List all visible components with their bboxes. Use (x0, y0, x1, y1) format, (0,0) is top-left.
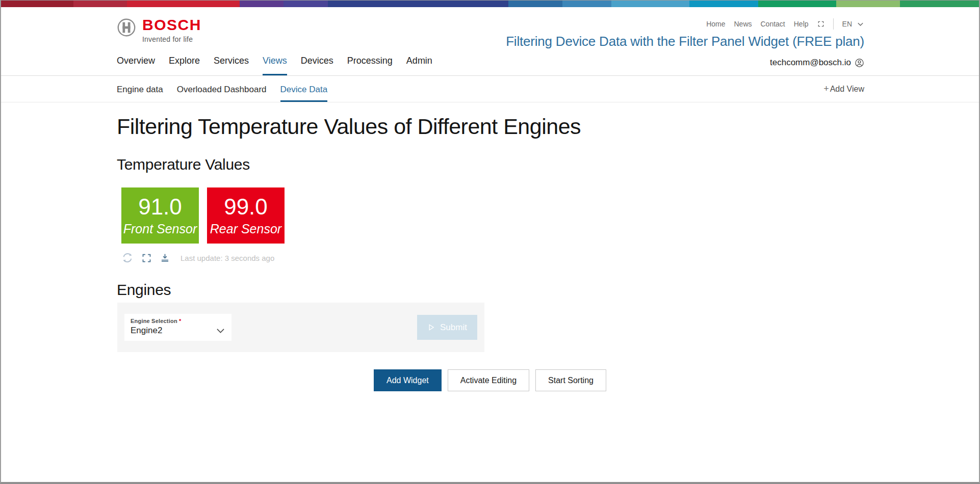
utility-link-home[interactable]: Home (706, 20, 725, 28)
engine-selection-label: Engine Selection * (131, 318, 225, 324)
user-icon (855, 58, 864, 68)
header: BOSCH Invented for life Home News Contac… (1, 7, 979, 76)
filter-panel: Engine Selection * Engine2 Submit (117, 303, 484, 352)
page-title: Filtering Device Data with the Filter Pa… (506, 34, 864, 49)
last-update-text: Last update: 3 seconds ago (180, 254, 274, 262)
nav-item-services[interactable]: Services (214, 56, 249, 75)
utility-nav: Home News Contact Help EN (706, 18, 864, 30)
dashboard-actions: Add Widget Activate Editing Start Sortin… (1, 369, 979, 391)
refresh-icon[interactable] (121, 252, 134, 264)
chevron-down-icon (216, 326, 225, 336)
nav-item-overview[interactable]: Overview (117, 56, 155, 75)
tile-value: 99.0 (224, 195, 268, 219)
widget-toolbar: Last update: 3 seconds ago (121, 252, 979, 264)
start-sorting-button[interactable]: Start Sorting (535, 369, 606, 391)
engine-selection-dropdown[interactable]: Engine Selection * Engine2 (124, 314, 231, 341)
bosch-logo[interactable]: BOSCH Invented for life (117, 17, 201, 43)
utility-link-news[interactable]: News (734, 20, 752, 28)
nav-item-processing[interactable]: Processing (347, 56, 393, 75)
tile-label: Rear Sensor (210, 222, 281, 236)
nav-item-explore[interactable]: Explore (169, 56, 200, 75)
user-email: techcomm@bosch.io (770, 58, 851, 68)
bosch-wordmark: BOSCH (142, 17, 201, 33)
add-widget-button[interactable]: Add Widget (374, 369, 442, 391)
required-marker: * (179, 318, 181, 324)
tile-value: 91.0 (138, 195, 182, 219)
download-icon[interactable] (160, 253, 170, 263)
add-view-label: Add View (830, 85, 864, 94)
tab-overloaded-dashboard[interactable]: Overloaded Dashboard (177, 76, 267, 102)
engine-selection-value: Engine2 (131, 326, 162, 336)
play-icon (427, 324, 435, 331)
divider (833, 18, 834, 30)
temperature-widget-title: Temperature Values (117, 156, 979, 173)
main-nav: Overview Explore Services Views Devices … (117, 56, 432, 75)
fullscreen-widget-icon[interactable] (141, 253, 152, 263)
tile-label: Front Sensor (123, 222, 197, 236)
fullscreen-icon[interactable] (817, 20, 824, 28)
language-selector[interactable]: EN (842, 20, 864, 28)
bosch-symbol-icon (117, 18, 136, 37)
tab-engine-data[interactable]: Engine data (117, 76, 163, 102)
tab-device-data[interactable]: Device Data (280, 76, 328, 102)
plus-icon: + (823, 84, 829, 94)
bosch-supergraphic-stripe (1, 1, 979, 7)
temperature-tile: 91.0 Front Sensor (121, 187, 199, 244)
utility-link-contact[interactable]: Contact (761, 20, 785, 28)
view-tab-bar: Engine data Overloaded Dashboard Device … (1, 76, 979, 102)
add-view-button[interactable]: + Add View (823, 84, 864, 94)
nav-item-views[interactable]: Views (263, 56, 287, 75)
dashboard-heading: Filtering Temperature Values of Differen… (117, 115, 979, 139)
app-window: BOSCH Invented for life Home News Contac… (0, 0, 980, 484)
language-label: EN (842, 20, 852, 28)
bosch-tagline: Invented for life (142, 35, 201, 43)
activate-editing-button[interactable]: Activate Editing (448, 369, 529, 391)
temperature-tiles: 91.0 Front Sensor 99.0 Rear Sensor (121, 187, 979, 244)
filter-widget-title: Engines (117, 281, 979, 299)
nav-item-admin[interactable]: Admin (406, 56, 432, 75)
nav-item-devices[interactable]: Devices (301, 56, 333, 75)
dashboard-content: Filtering Temperature Values of Differen… (1, 115, 979, 391)
submit-label: Submit (440, 322, 467, 333)
chevron-down-icon (857, 20, 864, 28)
temperature-tile: 99.0 Rear Sensor (207, 187, 285, 244)
view-tabs: Engine data Overloaded Dashboard Device … (117, 76, 327, 102)
user-menu[interactable]: techcomm@bosch.io (770, 58, 864, 68)
submit-button[interactable]: Submit (417, 315, 477, 340)
utility-link-help[interactable]: Help (794, 20, 809, 28)
